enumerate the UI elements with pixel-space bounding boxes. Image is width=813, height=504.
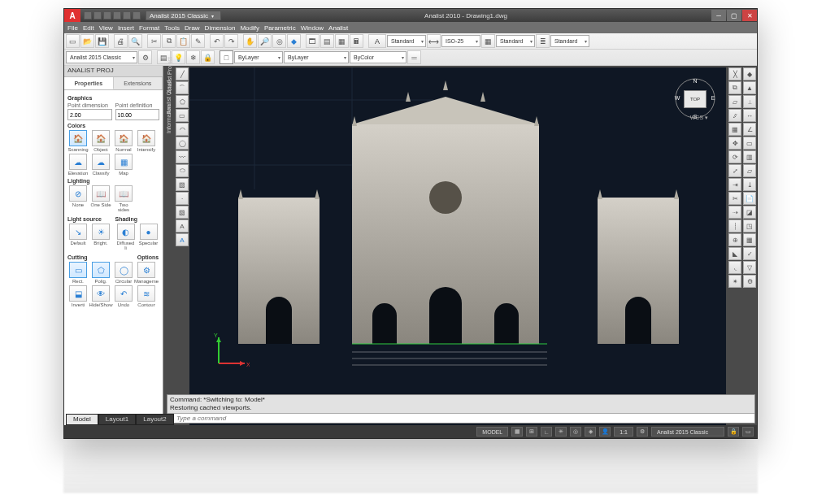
lighting-oneside-icon[interactable]: 📖 xyxy=(92,185,110,202)
wcs-dropdown[interactable]: WCS ▾ xyxy=(690,115,708,121)
pline-icon[interactable]: ⌒ xyxy=(176,81,189,94)
join-icon[interactable]: ⊕ xyxy=(728,233,741,246)
opt-hideshow-icon[interactable]: 👁 xyxy=(92,285,110,302)
nav-icon[interactable]: ◆ xyxy=(287,34,301,48)
circle-icon[interactable]: ◯ xyxy=(176,137,189,150)
extra-settings-icon[interactable]: ⚙ xyxy=(743,275,756,288)
linetype-drop[interactable]: ByLayer xyxy=(284,51,349,63)
hatch-icon[interactable]: ▨ xyxy=(176,178,189,191)
ellipse-icon[interactable]: ⬭ xyxy=(176,164,189,177)
match-icon[interactable]: ✎ xyxy=(191,34,205,48)
lightsrc-bright-icon[interactable]: ☀ xyxy=(92,224,110,240)
opt-contour-icon[interactable]: ≋ xyxy=(137,285,155,302)
extra-measure-icon[interactable]: ⟂ xyxy=(743,95,756,108)
color-elevation-icon[interactable]: ☁ xyxy=(69,154,87,170)
shading-specular-icon[interactable]: ● xyxy=(140,224,158,240)
status-snap-icon[interactable]: ⊞ xyxy=(526,427,537,437)
point-icon[interactable]: · xyxy=(176,192,189,205)
mirror-icon[interactable]: ▱ xyxy=(728,95,741,108)
table-style-drop[interactable]: Standard xyxy=(496,35,535,47)
status-scale[interactable]: 1:1 xyxy=(614,427,633,437)
lineweight-icon[interactable]: ═ xyxy=(407,50,421,64)
layer-freeze-icon[interactable]: ❄ xyxy=(186,50,200,64)
color-object-icon[interactable]: 🏠 xyxy=(92,130,110,146)
status-lock-icon[interactable]: 🔒 xyxy=(728,427,739,437)
pan-icon[interactable]: ✋ xyxy=(243,34,257,48)
workspace-dropdown[interactable]: Analist 2015 Classic xyxy=(146,11,221,20)
view-cube[interactable]: TOP xyxy=(684,90,706,108)
opt-undo-icon[interactable]: ↶ xyxy=(115,285,133,302)
cutting-rect-icon[interactable]: ▭ xyxy=(69,262,87,278)
color-intensify-icon[interactable]: 🏠 xyxy=(137,130,155,146)
menu-file[interactable]: File xyxy=(67,24,78,32)
rect-icon[interactable]: ▭ xyxy=(176,109,189,122)
shading-diffused-icon[interactable]: ◐ xyxy=(117,224,135,240)
print-icon[interactable]: 🖨 xyxy=(114,34,128,48)
dim-style-drop[interactable]: ISO-25 xyxy=(441,35,480,47)
redo-icon[interactable]: ↷ xyxy=(224,34,238,48)
ws-gear-icon[interactable]: ⚙ xyxy=(138,50,152,64)
status-polar-icon[interactable]: ✳ xyxy=(555,427,567,437)
props-icon[interactable]: 🗔 xyxy=(306,34,320,48)
array-icon[interactable]: ▦ xyxy=(728,123,741,136)
ml-style-drop[interactable]: Standard xyxy=(550,35,589,47)
close-button[interactable]: ✕ xyxy=(742,10,757,21)
explode-icon[interactable]: ✴ xyxy=(728,275,741,288)
save-icon[interactable]: 💾 xyxy=(95,34,109,48)
text-icon[interactable]: A xyxy=(176,219,189,232)
text-style-drop[interactable]: Standard xyxy=(387,35,426,47)
menu-view[interactable]: View xyxy=(99,24,113,32)
color-map-icon[interactable]: ▦ xyxy=(115,154,133,170)
rotate-icon[interactable]: ⟳ xyxy=(728,150,741,163)
qat-print-icon[interactable] xyxy=(133,11,141,20)
status-ws[interactable]: Analist 2015 Classic xyxy=(651,427,724,437)
extra-level-icon[interactable]: ▭ xyxy=(743,137,756,150)
color-scanning-icon[interactable]: 🏠 xyxy=(69,130,87,146)
fillet-icon[interactable]: ◟ xyxy=(728,261,741,274)
lineweight-drop[interactable]: ByColor xyxy=(350,51,406,63)
point-dimension-input[interactable] xyxy=(67,109,112,120)
chamfer-icon[interactable]: ◣ xyxy=(728,247,741,260)
lighting-twosides-icon[interactable]: 📖 xyxy=(115,185,133,202)
status-gear-icon[interactable]: ⚙ xyxy=(637,427,648,437)
color-swatch-icon[interactable]: □ xyxy=(220,50,233,64)
palette-info[interactable]: Information xyxy=(167,105,172,133)
menu-tools[interactable]: Tools xyxy=(164,24,180,32)
color-normal-icon[interactable]: 🏠 xyxy=(115,130,133,146)
model-viewport[interactable]: X Y N S E W TOP WCS ▾ xyxy=(189,67,726,425)
table-style-icon[interactable]: ▦ xyxy=(481,34,495,48)
layer-color-drop[interactable]: ByLayer xyxy=(234,51,283,63)
app-logo[interactable]: A xyxy=(64,9,80,22)
offset-icon[interactable]: ⫽ xyxy=(728,109,741,122)
line-icon[interactable]: ╱ xyxy=(176,67,189,80)
extra-filter-icon[interactable]: ▽ xyxy=(743,261,756,274)
menu-window[interactable]: Window xyxy=(301,24,324,32)
tab-extensions[interactable]: Extensions xyxy=(114,77,163,89)
status-clean-icon[interactable]: ▭ xyxy=(742,427,754,437)
workspace-drop2[interactable]: Analist 2015 Classic xyxy=(66,51,137,63)
menu-format[interactable]: Format xyxy=(139,24,159,32)
qat-undo-icon[interactable] xyxy=(113,11,121,20)
opt-invert-icon[interactable]: ⬓ xyxy=(69,285,87,302)
tab-model[interactable]: Model xyxy=(66,414,98,425)
region-icon[interactable]: ▧ xyxy=(176,206,189,219)
stretch-icon[interactable]: ⇥ xyxy=(728,178,741,191)
menu-parametric[interactable]: Parametric xyxy=(264,24,296,32)
new-icon[interactable]: ▭ xyxy=(66,34,80,48)
extra-export-icon[interactable]: ⤓ xyxy=(743,178,756,191)
extra-dim-icon[interactable]: ↔ xyxy=(743,109,756,122)
point-definition-input[interactable] xyxy=(115,109,160,120)
text-style-icon[interactable]: A xyxy=(368,34,386,48)
menu-modify[interactable]: Modify xyxy=(240,24,259,32)
extra-report-icon[interactable]: 📄 xyxy=(743,192,756,205)
minimize-button[interactable]: ─ xyxy=(711,10,726,21)
trim-icon[interactable]: ✂ xyxy=(728,192,741,205)
qat-redo-icon[interactable] xyxy=(123,11,131,20)
erase-icon[interactable]: ╳ xyxy=(728,67,741,80)
zoom-icon[interactable]: 🔎 xyxy=(258,34,272,48)
qat-open-icon[interactable] xyxy=(93,11,102,20)
scale-icon[interactable]: ⤢ xyxy=(728,164,741,177)
status-3dosnap-icon[interactable]: ◈ xyxy=(585,427,596,437)
preview-icon[interactable]: 🔍 xyxy=(128,34,142,48)
tool-icon[interactable]: ▦ xyxy=(335,34,349,48)
